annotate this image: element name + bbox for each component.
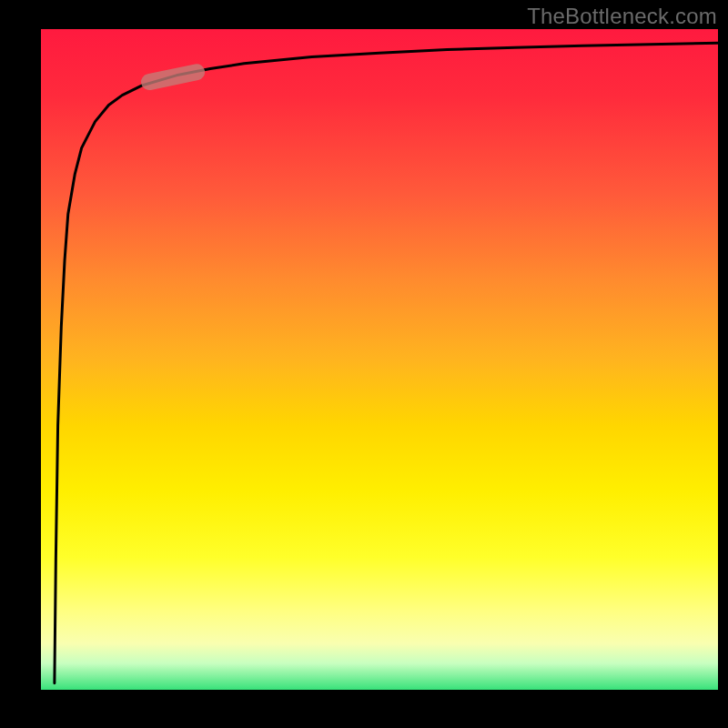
plot-gradient-background (41, 29, 718, 690)
watermark-label: TheBottleneck.com (527, 4, 717, 29)
chart-stage: TheBottleneck.com (0, 0, 728, 728)
